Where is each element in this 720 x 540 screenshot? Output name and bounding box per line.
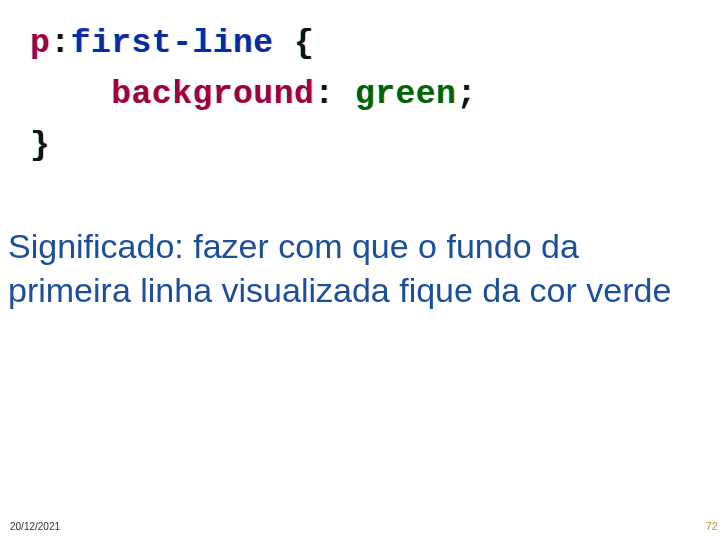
code-colon: : [50, 25, 70, 62]
code-brace-open: { [274, 25, 315, 62]
code-line-3: } [30, 120, 477, 171]
code-brace-close: } [30, 127, 50, 164]
code-line-2: background: green; [30, 69, 477, 120]
code-block: p:first-line { background: green; } [30, 18, 477, 171]
footer-date: 20/12/2021 [10, 521, 60, 532]
explanation-text: Significado: fazer com que o fundo da pr… [8, 225, 680, 312]
code-semicolon: ; [456, 76, 476, 113]
slide: p:first-line { background: green; } Sign… [0, 0, 720, 540]
code-prop-colon: : [314, 76, 355, 113]
code-property: background [111, 76, 314, 113]
code-line-1: p:first-line { [30, 18, 477, 69]
code-indent [30, 76, 111, 113]
footer-page-number: 72 [706, 520, 718, 532]
code-selector: p [30, 25, 50, 62]
code-value: green [355, 76, 457, 113]
code-pseudo: first-line [71, 25, 274, 62]
